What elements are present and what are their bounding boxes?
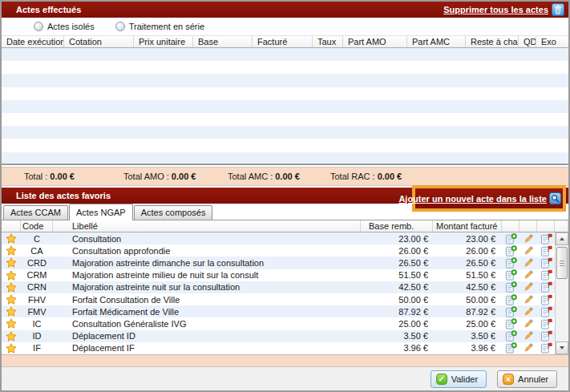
favorites-table-header: Code Libellé Base remb. Montant facturé [2,220,568,232]
delete-all-acts-button[interactable] [552,3,564,16]
act-base-amount: 25.00 € [361,319,433,329]
add-new-act-search-button[interactable] [549,192,561,204]
pencil-icon [523,245,534,257]
star-icon[interactable] [2,294,21,305]
favorite-act-row[interactable]: IC Consultation Généraliste IVG 25.00 € … [2,317,555,329]
remove-act-button[interactable] [537,342,555,354]
add-act-button[interactable] [502,269,519,281]
delete-all-acts-link[interactable]: Supprimer tous les actes [443,5,548,14]
column-header-10[interactable]: QD [519,36,536,47]
remove-act-button[interactable] [537,281,555,293]
remove-act-button[interactable] [537,330,555,341]
edit-act-button[interactable] [519,233,537,244]
act-billed-amount: 3.96 € [433,343,502,353]
edit-act-button[interactable] [519,306,537,317]
add-act-button[interactable] [502,257,519,269]
scrollbar-thumb[interactable] [556,247,568,279]
tab-actes-compos-s[interactable]: Actes composés [134,205,213,220]
add-act-button[interactable] [502,330,519,341]
edit-act-button[interactable] [519,257,537,269]
favorite-act-row[interactable]: FMV Forfait Médicament de Ville 87.92 € … [2,305,555,317]
add-document-icon [505,342,517,354]
favorite-act-row[interactable]: CA Consultation approfondie 26.00 € 26.0… [2,244,555,257]
act-code: FMV [21,307,53,317]
tab-actes-ngap[interactable]: Actes NGAP [69,204,133,220]
column-header-11[interactable]: Exo [536,36,568,47]
star-icon[interactable] [2,257,21,268]
star-icon[interactable] [2,270,21,281]
remove-document-icon [540,330,552,341]
column-header-4[interactable]: Base [193,36,253,47]
vertical-scrollbar[interactable] [555,232,568,354]
star-icon[interactable] [2,331,21,341]
edit-act-button[interactable] [519,318,537,329]
edit-act-button[interactable] [519,342,537,354]
favorite-act-row[interactable]: IF Déplacement IF 3.96 € 3.96 € [2,342,555,354]
act-billed-amount: 87.92 € [433,307,502,317]
cancel-button[interactable]: × Annuler [497,370,557,388]
remove-act-button[interactable] [537,294,555,305]
remove-act-button[interactable] [537,269,555,281]
code-column-header[interactable]: Code [21,220,53,232]
tab-actes-ccam[interactable]: Actes CCAM [3,205,68,220]
scrollbar-track[interactable] [556,245,568,341]
radio-series-treatment[interactable]: Traitement en série [115,22,204,31]
edit-act-button[interactable] [519,281,537,293]
edit-act-button[interactable] [519,330,537,341]
radio-isolated-acts[interactable]: Actes isolés [34,22,95,31]
actions-column-header [502,220,519,232]
amount-column-header[interactable]: Montant facturé [433,220,502,232]
column-header-3[interactable]: Prix unitaire [134,36,193,47]
add-act-button[interactable] [502,342,519,354]
favorite-act-row[interactable]: CRD Majoration astreinte dimanche sur la… [2,257,555,269]
star-icon[interactable] [2,318,21,329]
arrow-down-icon [560,346,564,350]
add-act-button[interactable] [502,281,519,293]
remove-act-button[interactable] [537,233,555,244]
add-act-button[interactable] [502,294,519,305]
validate-label: Valider [451,374,478,384]
column-header-6[interactable]: Taux [313,36,343,47]
actions-column-header [537,220,555,232]
add-act-button[interactable] [502,233,519,244]
edit-act-button[interactable] [519,269,537,281]
star-icon[interactable] [2,282,21,293]
remove-act-button[interactable] [537,318,555,329]
star-icon[interactable] [2,245,21,256]
favorite-act-row[interactable]: ID Déplacement ID 3.50 € 3.50 € [2,330,555,342]
validate-button[interactable]: ✓ Valider [431,370,487,388]
column-header-8[interactable]: Part AMC [407,36,466,47]
star-icon[interactable] [2,233,21,244]
column-header-7[interactable]: Part AMO [343,36,407,47]
favorite-act-row[interactable]: CRM Majoration astreinte milieu de nuit … [2,269,555,281]
total-item-3: Total AMC :0.00 € [228,172,300,181]
remove-act-button[interactable] [537,257,555,269]
label-column-header[interactable]: Libellé [53,220,361,232]
scroll-down-button[interactable] [556,341,568,354]
favorite-act-row[interactable]: C Consultation 23.00 € 23.00 € [2,232,555,244]
add-act-button[interactable] [502,318,519,329]
column-header-1[interactable]: Date exécution [2,36,64,47]
column-header-9[interactable]: Reste à charge [466,36,519,47]
base-column-header[interactable]: Base remb. [361,220,433,232]
act-label: Majoration astreinte dimanche sur la con… [53,258,361,268]
edit-act-button[interactable] [519,245,537,257]
star-icon[interactable] [2,343,21,354]
act-label: Majoration astreinte nuit sur la consult… [53,282,361,292]
performed-acts-title: Actes effectués [16,5,81,14]
column-header-2[interactable]: Cotation [64,36,134,47]
favorite-act-row[interactable]: FHV Forfait Consultation de Ville 50.00 … [2,293,555,305]
add-new-act-link[interactable]: Ajouter un nouvel acte dans la liste [398,194,547,204]
remove-act-button[interactable] [537,245,555,257]
favorite-act-row[interactable]: CRN Majoration astreinte nuit sur la con… [2,281,555,293]
add-act-button[interactable] [502,306,519,317]
add-document-icon [505,257,517,269]
edit-act-button[interactable] [519,294,537,305]
add-act-button[interactable] [502,245,519,257]
remove-act-button[interactable] [537,306,555,317]
scroll-up-button[interactable] [556,232,568,245]
star-icon[interactable] [2,306,21,317]
act-billed-amount: 23.00 € [433,234,502,244]
column-header-5[interactable]: Facturé [253,36,313,47]
act-code: C [21,234,53,244]
